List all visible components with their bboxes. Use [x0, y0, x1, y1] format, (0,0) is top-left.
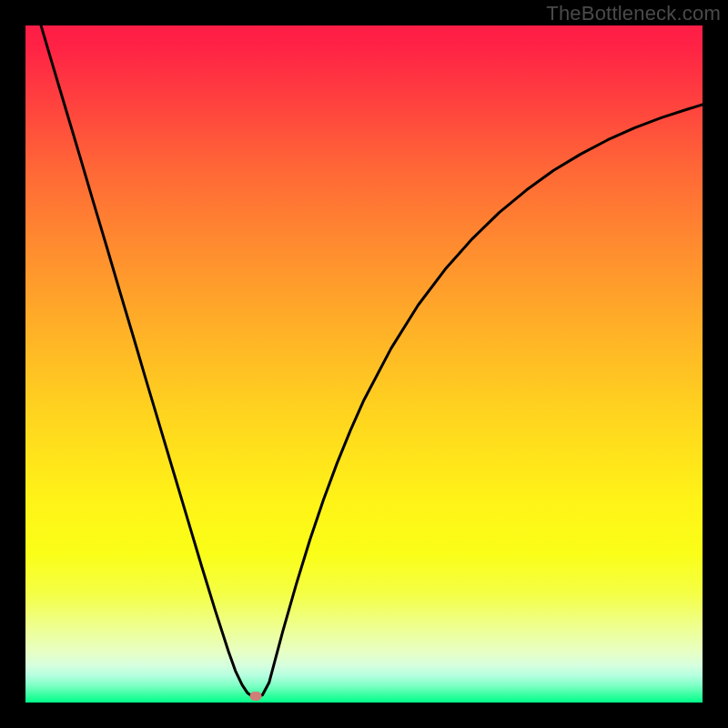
plot-area	[25, 25, 703, 703]
watermark-text: TheBottleneck.com	[546, 2, 721, 25]
optimal-point-marker	[249, 692, 261, 701]
chart-frame: TheBottleneck.com	[0, 0, 728, 728]
bottleneck-curve	[25, 25, 703, 703]
